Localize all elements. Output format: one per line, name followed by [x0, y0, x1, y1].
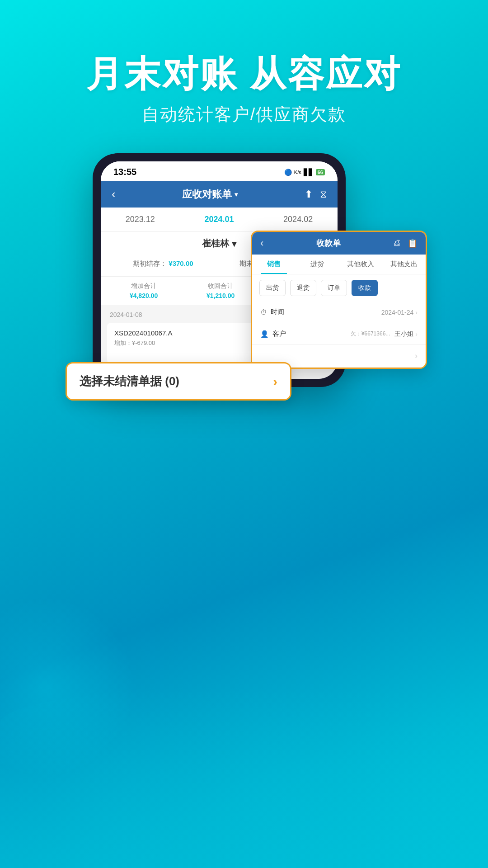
payment-title: 收款单: [316, 238, 341, 249]
header-action-icons: ⬆ ⧖: [305, 189, 327, 200]
back-button[interactable]: ‹: [112, 187, 116, 201]
tab-other-expense[interactable]: 其他支出: [382, 255, 426, 274]
payment-back-button[interactable]: ‹: [260, 237, 263, 249]
trans-increase: 增加：¥-679.00: [114, 339, 155, 355]
screen-title: 应收对账单: [182, 188, 232, 201]
btn-shipment[interactable]: 出货: [259, 280, 286, 296]
transaction-id: XSD2024010067.A: [114, 329, 172, 337]
stat-increase: 增加合计 ¥4,820.00: [130, 282, 158, 299]
customer-arrow-icon: ›: [415, 330, 418, 338]
opening-value: ¥370.00: [169, 259, 193, 267]
uncleared-arrow-icon: ›: [273, 374, 277, 389]
month-tab-2024-01[interactable]: 2024.01: [204, 215, 234, 224]
time-label: ⏱ 时间: [260, 308, 284, 316]
month-tab-2023-12[interactable]: 2023.12: [126, 215, 155, 224]
status-time: 13:55: [113, 167, 136, 177]
opening-balance: 期初结存： ¥370.00: [133, 259, 193, 270]
bluetooth-icon: 🔵: [284, 169, 292, 176]
customer-icon: 👤: [260, 330, 269, 338]
time-icon: ⏱: [260, 308, 267, 316]
time-value: 2024-01-24 ›: [381, 309, 418, 316]
month-tab-2024-02[interactable]: 2024.02: [283, 215, 313, 224]
stat-increase-label: 增加合计: [130, 282, 158, 290]
stat-recover: 收回合计 ¥1,210.00: [206, 282, 235, 299]
app-header: ‹ 应收对账单 ▾ ⬆ ⧖: [101, 181, 338, 208]
stat-recover-label: 收回合计: [206, 282, 235, 290]
payment-tabs: 销售 进货 其他收入 其他支出: [252, 255, 426, 274]
payment-header: ‹ 收款单 🖨 📋: [252, 232, 426, 255]
stat-recover-value: ¥1,210.00: [206, 292, 235, 299]
payment-card: ‹ 收款单 🖨 📋 销售 进货 其他收入 其他支出 出货 退货 订单 收款: [251, 231, 427, 369]
export-icon[interactable]: ⬆: [305, 189, 313, 200]
customer-debt: 欠：¥6671366...: [351, 330, 390, 338]
save-doc-icon[interactable]: 📋: [408, 238, 418, 248]
opening-label: 期初结存： ¥370.00: [133, 259, 193, 268]
form-row-time[interactable]: ⏱ 时间 2024-01-24 ›: [252, 302, 426, 323]
form-row-customer[interactable]: 👤 客户 欠：¥6671366... 王小姐 ›: [252, 323, 426, 345]
tab-purchase[interactable]: 进货: [296, 255, 339, 274]
dropdown-icon[interactable]: ▾: [235, 191, 238, 198]
print-icon[interactable]: 🖨: [393, 238, 401, 248]
status-icons: 🔵 K/s ▋▋ 66: [284, 169, 325, 176]
customer-label: 👤 客户: [260, 330, 286, 338]
btn-payment[interactable]: 收款: [352, 280, 378, 296]
stat-increase-value: ¥4,820.00: [130, 292, 158, 299]
month-tabs: 2023.12 2024.01 2024.02: [101, 208, 338, 232]
signal-icon: K/s: [294, 170, 301, 175]
network-bars-icon: ▋▋: [304, 169, 314, 176]
uncleared-banner[interactable]: 选择未结清单据 (0) ›: [66, 362, 291, 401]
tab-sales[interactable]: 销售: [252, 255, 296, 274]
app-header-title: 应收对账单 ▾: [182, 188, 238, 201]
customer-value: 欠：¥6671366... 王小姐 ›: [351, 330, 418, 338]
customer-contact: 王小姐: [394, 330, 413, 338]
customer-dropdown-icon: ▾: [232, 238, 236, 249]
payment-action-icons: 🖨 📋: [393, 238, 418, 248]
header-section: 月末对账 从容应对 自动统计客户/供应商欠款: [86, 0, 402, 126]
btn-return[interactable]: 退货: [290, 280, 316, 296]
transaction-date: 2024-01-08: [110, 311, 142, 318]
tab-other-income[interactable]: 其他收入: [339, 255, 382, 274]
uncleared-text: 选择未结清单据 (0): [80, 373, 179, 389]
action-buttons-row: 出货 退货 订单 收款: [252, 274, 426, 302]
phone-wrapper: 13:55 🔵 K/s ▋▋ 66 ‹ 应收对账单 ▾: [75, 153, 413, 387]
battery-icon: 66: [316, 169, 325, 175]
time-text: 时间: [271, 308, 284, 316]
time-arrow-icon: ›: [415, 309, 418, 316]
extra-arrow-icon: ›: [415, 351, 418, 361]
main-title: 月末对账 从容应对: [86, 54, 402, 94]
customer-text: 客户: [272, 330, 286, 338]
status-bar: 13:55 🔵 K/s ▋▋ 66: [101, 161, 338, 181]
sub-title: 自动统计客户/供应商欠款: [86, 103, 402, 126]
filter-icon[interactable]: ⧖: [320, 189, 327, 200]
customer-name-text: 崔桂林: [202, 237, 229, 250]
btn-order[interactable]: 订单: [321, 280, 347, 296]
